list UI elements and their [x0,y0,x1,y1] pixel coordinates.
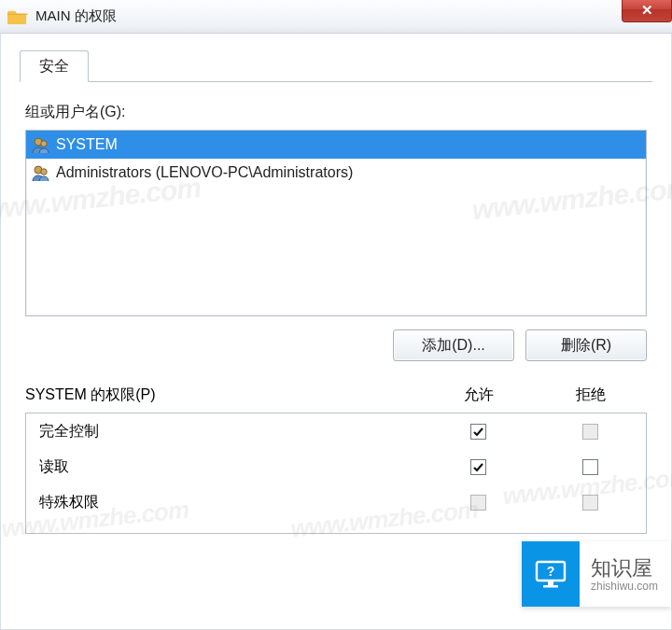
permission-row: 读取 [26,449,646,484]
titlebar: MAIN 的权限 ✕ [0,0,672,34]
svg-rect-7 [543,585,558,588]
brand-text: 知识屋 zhishiwu.com [580,541,671,607]
close-icon: ✕ [641,3,653,17]
deny-checkbox [582,495,598,511]
permission-row: 完全控制 [26,413,646,449]
permission-row: 特殊权限 [26,484,646,520]
user-name: SYSTEM [56,136,118,153]
folder-icon [7,7,28,26]
permissions-label: SYSTEM 的权限(P) [25,385,423,405]
allow-checkbox[interactable] [470,424,486,440]
allow-checkbox [470,495,486,511]
permission-name: 完全控制 [39,422,422,441]
permission-name: 特殊权限 [39,493,422,512]
brand-badge: ? 知识屋 zhishiwu.com [522,541,671,607]
users-icon [32,163,50,182]
deny-cell [534,458,646,475]
list-item[interactable]: SYSTEM [26,131,646,159]
permissions-header: SYSTEM 的权限(P) 允许 拒绝 [25,385,647,405]
permissions-list: 完全控制读取特殊权限 [25,413,647,534]
tab-security[interactable]: 安全 [20,50,89,82]
groups-label: 组或用户名(G): [25,103,652,122]
brand-url: zhishiwu.com [591,580,658,593]
user-list[interactable]: SYSTEMAdministrators (LENOVO-PC\Administ… [25,130,647,316]
window-title: MAIN 的权限 [35,7,117,25]
allow-cell [422,458,534,475]
allow-checkbox[interactable] [470,459,486,475]
dialog-body: 安全 组或用户名(G): SYSTEMAdministrators (LENOV… [0,34,672,630]
svg-text:?: ? [547,564,555,579]
svg-rect-6 [548,581,553,585]
add-button[interactable]: 添加(D)... [393,329,514,361]
allow-column-header: 允许 [423,385,535,405]
close-button[interactable]: ✕ [622,0,672,22]
allow-cell [422,423,534,440]
brand-monitor-icon: ? [522,541,580,607]
tabstrip: 安全 [20,50,652,82]
user-name: Administrators (LENOVO-PC\Administrators… [56,164,353,181]
svg-point-1 [41,141,47,147]
deny-column-header: 拒绝 [535,385,647,405]
svg-point-3 [41,169,47,175]
deny-checkbox[interactable] [582,459,598,475]
brand-name: 知识屋 [591,557,658,580]
remove-button[interactable]: 删除(R) [525,329,647,361]
allow-cell [422,494,534,511]
button-row: 添加(D)... 删除(R) [20,329,647,361]
deny-cell [534,423,646,440]
deny-cell [534,494,646,511]
permission-name: 读取 [39,457,422,477]
users-icon [32,135,50,154]
list-item[interactable]: Administrators (LENOVO-PC\Administrators… [26,159,646,187]
deny-checkbox [582,424,598,440]
